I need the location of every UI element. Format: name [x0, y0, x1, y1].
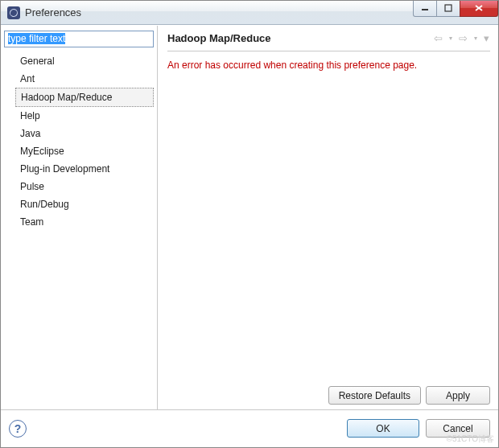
- page-title: Hadoop Map/Reduce: [167, 32, 433, 44]
- titlebar: Preferences: [1, 1, 498, 25]
- ok-button[interactable]: OK: [347, 419, 419, 438]
- footer: ? OK Cancel: [1, 409, 498, 446]
- tree-item-team[interactable]: Team: [15, 213, 154, 231]
- content-panel: Hadoop Map/Reduce ⇦ ▾ ⇨ ▾ ▾ An error has…: [158, 26, 498, 409]
- svg-rect-1: [445, 5, 452, 11]
- maximize-icon: [444, 4, 452, 12]
- tree-item-run-debug[interactable]: Run/Debug: [15, 195, 154, 213]
- minimize-button[interactable]: [413, 1, 437, 17]
- chevron-down-icon[interactable]: ▾: [473, 35, 478, 42]
- window-controls: [414, 1, 498, 17]
- filter-input[interactable]: type filter text: [4, 31, 154, 47]
- minimize-icon: [421, 4, 429, 12]
- close-icon: [474, 4, 484, 12]
- apply-button[interactable]: Apply: [426, 386, 490, 405]
- window-title: Preferences: [25, 6, 414, 18]
- content-button-bar: Restore Defaults Apply: [167, 381, 490, 405]
- nav-back-icon[interactable]: ⇦: [433, 32, 443, 44]
- help-icon[interactable]: ?: [9, 420, 27, 438]
- tree-item-ant[interactable]: Ant: [15, 70, 154, 88]
- tree-item-plugin-development[interactable]: Plug-in Development: [15, 160, 154, 178]
- filter-input-text: type filter text: [8, 33, 65, 44]
- tree-item-pulse[interactable]: Pulse: [15, 178, 154, 195]
- close-button[interactable]: [460, 1, 498, 17]
- content-header: Hadoop Map/Reduce ⇦ ▾ ⇨ ▾ ▾: [167, 32, 490, 51]
- content-body: An error has occurred when creating this…: [167, 60, 490, 381]
- error-message: An error has occurred when creating this…: [167, 60, 490, 71]
- cancel-button[interactable]: Cancel: [426, 419, 490, 438]
- chevron-down-icon[interactable]: ▾: [448, 35, 453, 42]
- main-area: type filter text General Ant Hadoop Map/…: [1, 25, 498, 409]
- tree-item-java[interactable]: Java: [15, 125, 154, 142]
- app-icon: [7, 6, 20, 19]
- sidebar: type filter text General Ant Hadoop Map/…: [1, 26, 158, 409]
- tree-item-general[interactable]: General: [15, 52, 154, 70]
- tree-item-myeclipse[interactable]: MyEclipse: [15, 142, 154, 160]
- nav-forward-icon[interactable]: ⇨: [458, 32, 468, 44]
- restore-defaults-button[interactable]: Restore Defaults: [328, 386, 421, 405]
- nav-arrows: ⇦ ▾ ⇨ ▾ ▾: [433, 32, 490, 44]
- menu-dropdown-icon[interactable]: ▾: [483, 32, 490, 44]
- tree-item-help[interactable]: Help: [15, 107, 154, 125]
- preference-tree: General Ant Hadoop Map/Reduce Help Java …: [4, 52, 154, 231]
- tree-item-hadoop-map-reduce[interactable]: Hadoop Map/Reduce: [15, 88, 154, 107]
- maximize-button[interactable]: [436, 1, 460, 17]
